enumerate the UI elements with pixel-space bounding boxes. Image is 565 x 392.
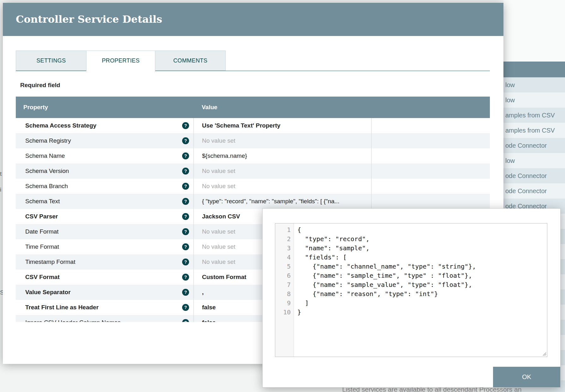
background-table-header-band (503, 62, 565, 77)
property-row: Schema Access Strategy?Use 'Schema Text'… (16, 118, 490, 133)
property-value[interactable]: No value set (193, 163, 371, 179)
help-icon[interactable]: ? (182, 274, 189, 281)
property-name: Time Format (25, 243, 182, 250)
property-name-cell: Timestamp Format? (16, 254, 193, 270)
tab-bar: SETTINGSPROPERTIESCOMMENTS (16, 50, 226, 71)
property-row: Schema Branch?No value set (16, 179, 490, 194)
background-table-row: low (503, 92, 565, 108)
editor-code[interactable]: { "type": "record", "name": "sample", "f… (294, 223, 547, 357)
property-name: CSV Parser (25, 213, 182, 220)
property-name-cell: Treat First Line as Header? (16, 300, 193, 315)
property-name-cell: Schema Text? (16, 194, 193, 209)
property-name-cell: CSV Parser? (16, 209, 193, 224)
property-row: Schema Text?{ "type": "record", "name": … (16, 194, 490, 209)
property-name-cell: Schema Access Strategy? (16, 118, 193, 133)
ok-button[interactable]: OK (493, 367, 560, 387)
property-name: Schema Name (25, 152, 182, 159)
properties-table-header: Property Value (16, 97, 490, 118)
property-row: Schema Version?No value set (16, 163, 490, 179)
property-extra-cell (371, 118, 490, 133)
property-name-cell: Value Separator? (16, 285, 193, 300)
background-table-row: ode Connector (503, 183, 565, 199)
background-table-row: low (503, 153, 565, 168)
property-name: Value Separator (25, 289, 182, 296)
property-name: Schema Registry (25, 137, 182, 144)
help-icon[interactable]: ? (182, 183, 189, 190)
property-extra-cell (371, 148, 490, 163)
dialog-title: Controller Service Details (3, 3, 503, 36)
property-name-cell: Schema Registry? (16, 133, 193, 148)
help-icon[interactable]: ? (182, 304, 189, 311)
column-header-value: Value (193, 97, 371, 118)
property-value[interactable]: { "type": "record", "name": "sample", "f… (193, 194, 371, 209)
property-row: Schema Name?${schema.name} (16, 148, 490, 163)
dialog-header: Controller Service Details (3, 3, 503, 36)
help-icon[interactable]: ? (182, 319, 189, 322)
property-name: Schema Access Strategy (25, 122, 182, 129)
required-field-label: Required field (20, 82, 60, 89)
background-text-fragment: t (0, 170, 3, 177)
help-icon[interactable]: ? (182, 198, 189, 205)
help-icon[interactable]: ? (182, 122, 189, 129)
property-name-cell: CSV Format? (16, 270, 193, 285)
background-table-row: amples from CSV (503, 108, 565, 123)
help-icon[interactable]: ? (182, 152, 189, 159)
property-name-cell: Time Format? (16, 239, 193, 254)
property-name: Schema Text (25, 198, 182, 205)
background-table-row: ode Connector (503, 138, 565, 153)
background-table-row: ode Connector (503, 168, 565, 183)
background-text-fragment: S (0, 289, 3, 296)
property-value[interactable]: No value set (193, 179, 371, 194)
background-table-row: amples from CSV (503, 123, 565, 138)
property-name-cell: Date Format? (16, 224, 193, 239)
property-extra-cell (371, 163, 490, 179)
editor-line-numbers: 1 2 3 4 5 6 7 8 9 10 (275, 223, 294, 357)
help-icon[interactable]: ? (182, 243, 189, 250)
property-name: CSV Format (25, 274, 182, 281)
property-name-cell: Ignore CSV Header Column Names? (16, 315, 193, 322)
property-value[interactable]: ${schema.name} (193, 148, 371, 163)
property-name-cell: Schema Version? (16, 163, 193, 179)
help-icon[interactable]: ? (182, 258, 189, 265)
property-extra-cell (371, 179, 490, 194)
property-value[interactable]: Use 'Schema Text' Property (193, 118, 371, 133)
resize-grip-icon[interactable] (542, 351, 546, 356)
background-table-row: low (503, 77, 565, 92)
property-name: Treat First Line as Header (25, 304, 182, 311)
background-text-fragment: i (0, 186, 3, 193)
screen: lowlowamples from CSVamples from CSVode … (0, 0, 565, 392)
help-icon[interactable]: ? (182, 228, 189, 235)
schema-text-editor-popup: 1 2 3 4 5 6 7 8 9 10 { "type": "record",… (262, 208, 561, 388)
property-name: Date Format (25, 228, 182, 235)
property-value[interactable]: No value set (193, 133, 371, 148)
property-name-cell: Schema Name? (16, 148, 193, 163)
tab-settings[interactable]: SETTINGS (16, 50, 86, 71)
tab-comments[interactable]: COMMENTS (155, 50, 226, 71)
code-editor: 1 2 3 4 5 6 7 8 9 10 { "type": "record",… (275, 223, 547, 357)
help-icon[interactable]: ? (182, 213, 189, 220)
help-icon[interactable]: ? (182, 168, 189, 175)
property-name: Ignore CSV Header Column Names (25, 319, 182, 322)
help-icon[interactable]: ? (182, 137, 189, 144)
tab-properties[interactable]: PROPERTIES (86, 50, 155, 71)
property-name-cell: Schema Branch? (16, 179, 193, 194)
column-header-property: Property (16, 97, 193, 118)
column-header-empty (371, 97, 490, 118)
property-name: Schema Version (25, 168, 182, 175)
property-name: Schema Branch (25, 183, 182, 190)
property-name: Timestamp Format (25, 258, 182, 265)
property-extra-cell (371, 194, 490, 209)
property-extra-cell (371, 133, 490, 148)
property-row: Schema Registry?No value set (16, 133, 490, 148)
help-icon[interactable]: ? (182, 289, 189, 296)
